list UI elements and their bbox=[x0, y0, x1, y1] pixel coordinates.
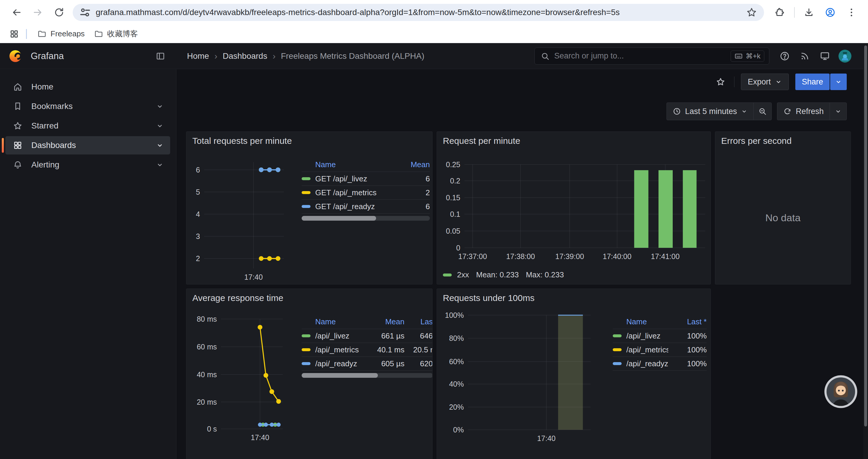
legend-scrollbar-thumb[interactable] bbox=[302, 373, 378, 378]
svg-text:0 s: 0 s bbox=[207, 425, 217, 433]
svg-text:0.25: 0.25 bbox=[446, 160, 460, 169]
requests-under-100ms-chart[interactable]: 100%80%60%40%20%0%17:40 bbox=[440, 309, 611, 451]
panel-title[interactable]: Average response time bbox=[192, 293, 283, 303]
help-icon[interactable] bbox=[777, 48, 793, 64]
bookmark-folder-blogs[interactable]: 收藏博客 bbox=[90, 26, 143, 41]
zoom-out-button[interactable] bbox=[753, 103, 771, 120]
apps-grid-icon[interactable] bbox=[8, 28, 21, 40]
sidebar-item-starred[interactable]: Starred bbox=[5, 117, 170, 135]
series-color-pill bbox=[613, 362, 622, 365]
product-name: Grafana bbox=[31, 51, 155, 61]
folder-icon bbox=[37, 30, 46, 38]
svg-text:17:40: 17:40 bbox=[244, 273, 263, 281]
svg-text:5: 5 bbox=[196, 188, 200, 196]
breadcrumb-home[interactable]: Home bbox=[187, 52, 209, 61]
refresh-button[interactable]: Refresh bbox=[777, 103, 830, 120]
site-settings-icon[interactable] bbox=[79, 6, 92, 19]
series-color-pill bbox=[613, 334, 622, 337]
series-name: /api/_livez bbox=[315, 331, 349, 340]
series-value: 100% bbox=[668, 345, 707, 355]
legend-row[interactable]: /api/_readyz100% bbox=[613, 357, 707, 371]
actions-divider bbox=[734, 76, 735, 87]
page-scrollbar[interactable] bbox=[863, 43, 868, 459]
legend-row[interactable]: GET /api/_livez6 bbox=[302, 172, 430, 186]
favorite-star-icon[interactable] bbox=[713, 75, 728, 89]
request-per-minute-chart[interactable]: 0.250.20.150.10.05017:37:0017:38:0017:39… bbox=[440, 153, 709, 280]
panel-title[interactable]: Requests under 100ms bbox=[443, 293, 534, 303]
search-input[interactable]: Search or jump to... ⌘+k bbox=[534, 47, 769, 65]
bookmark-folder-freeleaps[interactable]: Freeleaps bbox=[33, 27, 90, 41]
series-value: 605 µs bbox=[360, 359, 404, 368]
share-split-button: Share bbox=[795, 73, 847, 90]
export-button[interactable]: Export bbox=[741, 73, 789, 90]
series-value: 6 bbox=[395, 174, 430, 184]
chevron-down-icon[interactable] bbox=[156, 161, 164, 169]
scrollbar-thumb[interactable] bbox=[864, 45, 867, 427]
legend-row[interactable]: GET /api/_metrics2 bbox=[302, 186, 430, 200]
sidebar-item-bookmarks[interactable]: Bookmarks bbox=[5, 97, 170, 116]
dock-menu-icon[interactable] bbox=[155, 50, 166, 62]
series-value: 620 bbox=[404, 359, 433, 368]
bell-icon bbox=[13, 160, 23, 169]
panel-title[interactable]: Errors per second bbox=[721, 136, 792, 146]
series-color-pill bbox=[613, 348, 622, 351]
legend-row[interactable]: /api/_livez661 µs646 bbox=[302, 329, 433, 343]
breadcrumb-dashboards[interactable]: Dashboards bbox=[223, 52, 267, 61]
legend-row[interactable]: GET /api/_readyz6 bbox=[302, 200, 430, 214]
legend-row[interactable]: /api/_readyz605 µs620 bbox=[302, 357, 433, 371]
svg-text:4: 4 bbox=[196, 210, 200, 218]
chevron-down-icon[interactable] bbox=[156, 141, 164, 149]
tv-mode-icon[interactable] bbox=[817, 48, 833, 64]
url-bar[interactable]: grafana.mathmast.com/d/deytv4rwavabkb/fr… bbox=[73, 4, 764, 21]
time-range-group: Last 5 minutes bbox=[666, 102, 772, 120]
share-menu-button[interactable] bbox=[830, 73, 847, 90]
user-avatar[interactable] bbox=[838, 50, 851, 63]
time-range-label: Last 5 minutes bbox=[685, 107, 737, 116]
extensions-icon[interactable] bbox=[773, 6, 786, 19]
series-value: 2 bbox=[395, 188, 430, 197]
legend-inline[interactable]: 2xx Mean: 0.233 Max: 0.233 bbox=[443, 270, 564, 280]
svg-text:40%: 40% bbox=[449, 380, 464, 388]
sidebar-item-label: Dashboards bbox=[31, 140, 156, 150]
url-text[interactable]: grafana.mathmast.com/d/deytv4rwavabkb/fr… bbox=[96, 8, 745, 17]
sidebar-item-label: Home bbox=[31, 82, 164, 92]
legend-row[interactable]: /api/_metrics100% bbox=[613, 343, 707, 357]
legend-scrollbar-thumb[interactable] bbox=[302, 216, 376, 221]
profile-icon[interactable] bbox=[824, 6, 837, 19]
legend-scrollbar[interactable] bbox=[302, 216, 430, 221]
chevron-down-icon[interactable] bbox=[156, 102, 164, 110]
svg-text:20 ms: 20 ms bbox=[197, 398, 217, 406]
reload-icon[interactable] bbox=[53, 6, 66, 19]
svg-text:6: 6 bbox=[196, 166, 200, 174]
share-button[interactable]: Share bbox=[795, 73, 830, 90]
panel-title[interactable]: Total requests per minute bbox=[192, 136, 292, 146]
bookmark-star-icon[interactable] bbox=[745, 6, 758, 19]
svg-text:0%: 0% bbox=[453, 426, 464, 434]
svg-text:60 ms: 60 ms bbox=[197, 342, 217, 351]
dashboard-main: Export Share bbox=[176, 69, 868, 459]
series-value: 100% bbox=[668, 331, 707, 340]
chevron-down-icon[interactable] bbox=[156, 122, 164, 130]
sidebar-item-alerting[interactable]: Alerting bbox=[5, 156, 170, 174]
series-name: 2xx bbox=[457, 270, 469, 280]
menu-kebab-icon[interactable] bbox=[845, 6, 858, 19]
forward-icon[interactable] bbox=[31, 6, 44, 19]
legend-scrollbar[interactable] bbox=[302, 373, 433, 378]
sidebar-item-home[interactable]: Home bbox=[5, 78, 170, 96]
downloads-icon[interactable] bbox=[802, 6, 815, 19]
news-rss-icon[interactable] bbox=[797, 48, 812, 64]
back-icon[interactable] bbox=[10, 6, 23, 19]
svg-text:100%: 100% bbox=[445, 311, 464, 319]
sidebar: Home Bookmarks Starred Dashboards bbox=[0, 69, 176, 459]
series-color-pill bbox=[443, 273, 452, 276]
folder-icon bbox=[94, 30, 103, 38]
legend-row[interactable]: /api/_metrics40.1 ms20.5 r bbox=[302, 343, 433, 357]
series-max: Max: 0.233 bbox=[526, 270, 564, 280]
sidebar-item-dashboards[interactable]: Dashboards bbox=[5, 136, 170, 155]
assistant-avatar[interactable] bbox=[824, 374, 858, 409]
panel-title[interactable]: Request per minute bbox=[443, 136, 520, 146]
svg-text:17:40:00: 17:40:00 bbox=[603, 252, 631, 261]
time-range-picker[interactable]: Last 5 minutes bbox=[667, 103, 754, 120]
legend-row[interactable]: /api/_livez100% bbox=[613, 329, 707, 343]
refresh-interval-button[interactable] bbox=[830, 103, 846, 120]
